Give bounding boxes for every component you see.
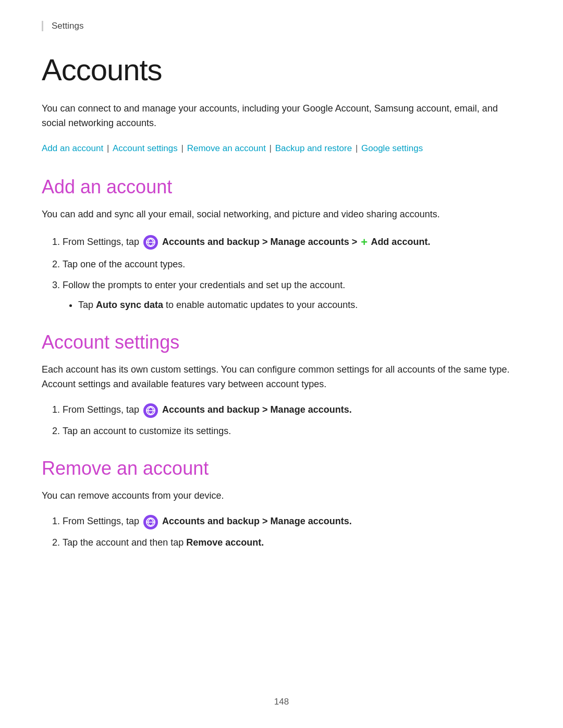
intro-text: You can connect to and manage your accou…	[42, 102, 521, 131]
accounts-icon-1	[143, 235, 158, 250]
step1-add-account-label: Add account.	[369, 237, 430, 247]
add-account-step-3: Follow the prompts to enter your credent…	[63, 278, 521, 313]
account-settings-title: Account settings	[42, 331, 521, 353]
accounts-icon-2	[143, 403, 158, 418]
remove-account-step-2: Tap the account and then tap Remove acco…	[63, 536, 521, 550]
page-number: 148	[274, 697, 289, 707]
separator-3: |	[267, 143, 274, 153]
step3-bullet-1: Tap Auto sync data to enable automatic u…	[78, 298, 521, 313]
rem-step1-bold: Accounts and backup > Manage accounts.	[162, 516, 352, 526]
page-container: Settings Accounts You can connect to and…	[0, 0, 563, 728]
auto-sync-bold: Auto sync data	[96, 300, 163, 310]
separator-2: |	[179, 143, 186, 153]
account-settings-step-1: From Settings, tap Accounts and backup >…	[63, 403, 521, 417]
section-account-settings: Account settings Each account has its ow…	[42, 331, 521, 439]
acc-step1-bold: Accounts and backup > Manage accounts.	[162, 404, 352, 415]
add-account-title: Add an account	[42, 176, 521, 198]
remove-account-intro: You can remove accounts from your device…	[42, 489, 521, 503]
nav-backup-restore-link[interactable]: Backup and restore	[275, 143, 352, 153]
section-add-account: Add an account You can add and sync all …	[42, 176, 521, 313]
acc-step2-text: Tap an account to customize its settings…	[63, 426, 231, 436]
remove-account-step-1: From Settings, tap Accounts and backup >…	[63, 514, 521, 529]
rem-step2-before: Tap the account and then tap	[63, 537, 186, 548]
rem-step1-before: From Settings, tap	[63, 516, 142, 526]
remove-account-title: Remove an account	[42, 458, 521, 479]
step3-text: Follow the prompts to enter your credent…	[63, 280, 345, 290]
rem-step2-bold: Remove account.	[186, 537, 264, 548]
add-account-steps: From Settings, tap Accounts and backup >…	[63, 233, 521, 313]
account-settings-steps: From Settings, tap Accounts and backup >…	[63, 403, 521, 438]
add-account-step-1: From Settings, tap Accounts and backup >…	[63, 233, 521, 251]
page-footer: 148	[0, 697, 563, 707]
add-account-step-2: Tap one of the account types.	[63, 257, 521, 272]
add-account-intro: You can add and sync all your email, soc…	[42, 207, 521, 222]
step3-bullets: Tap Auto sync data to enable automatic u…	[78, 298, 521, 313]
nav-google-settings-link[interactable]: Google settings	[361, 143, 423, 153]
page-title: Accounts	[42, 52, 521, 87]
breadcrumb-text: Settings	[52, 21, 83, 31]
section-remove-account: Remove an account You can remove account…	[42, 458, 521, 550]
step2-text: Tap one of the account types.	[63, 259, 185, 269]
accounts-icon-3	[143, 515, 158, 529]
separator-1: |	[104, 143, 112, 153]
remove-account-steps: From Settings, tap Accounts and backup >…	[63, 514, 521, 550]
nav-remove-account-link[interactable]: Remove an account	[187, 143, 266, 153]
breadcrumb: Settings	[42, 21, 521, 31]
add-plus-icon: +	[361, 233, 368, 251]
separator-4: |	[353, 143, 360, 153]
acc-step1-before: From Settings, tap	[63, 404, 142, 415]
nav-account-settings-link[interactable]: Account settings	[113, 143, 178, 153]
account-settings-intro: Each account has its own custom settings…	[42, 363, 521, 392]
nav-links: Add an account | Account settings | Remo…	[42, 141, 521, 155]
nav-add-account-link[interactable]: Add an account	[42, 143, 103, 153]
step1-text-before: From Settings, tap	[63, 237, 142, 247]
account-settings-step-2: Tap an account to customize its settings…	[63, 424, 521, 439]
step1-bold: Accounts and backup > Manage accounts >	[162, 237, 360, 247]
